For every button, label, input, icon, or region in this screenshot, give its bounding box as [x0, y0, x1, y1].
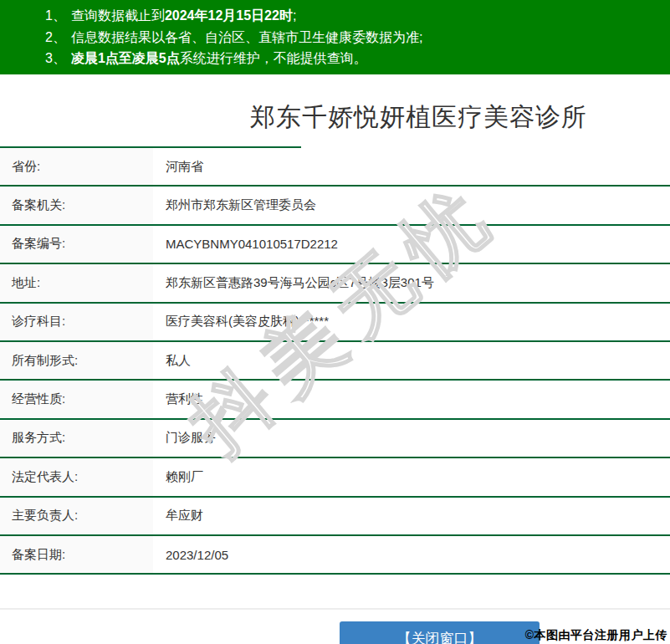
notice-item: 3、凌晨1点至凌晨5点系统进行维护，不能提供查询。 [45, 48, 662, 69]
notice-number: 3、 [45, 51, 66, 65]
notice-text: 凌晨1点至凌晨5点 [71, 51, 180, 65]
field-label: 服务方式: [0, 420, 153, 457]
notice-bar: 1、查询数据截止到2024年12月15日22时;2、信息数据结果以各省、自治区、… [0, 0, 670, 74]
page-title: 郑东千娇悦妍植医疗美容诊所 [167, 102, 670, 132]
notice-number: 1、 [45, 8, 66, 23]
field-label: 备案日期: [0, 536, 153, 573]
field-value: 郑东新区普惠路39号海马公园c区7号楼3层301号 [153, 264, 670, 301]
field-label: 地址: [0, 264, 153, 301]
notice-number: 2、 [45, 30, 66, 44]
table-row: 服务方式:门诊服务 [0, 420, 670, 458]
field-value: 赖刚厂 [153, 458, 670, 495]
notice-item: 1、查询数据截止到2024年12月15日22时; [45, 5, 662, 27]
notice-text: 系统进行维护，不能提供查询。 [180, 51, 367, 65]
field-label: 备案编号: [0, 226, 153, 263]
field-label: 备案机关: [0, 187, 153, 223]
footer-separator [0, 608, 670, 610]
field-value: 河南省 [153, 148, 670, 185]
table-row: 诊疗科目:医疗美容科(美容皮肤科)****** [0, 304, 670, 342]
info-table: 省份:河南省备案机关:郑州市郑东新区管理委员会备案编号:MACYBNMY0410… [0, 146, 670, 575]
field-value: 医疗美容科(美容皮肤科)****** [153, 304, 670, 340]
table-row: 地址:郑东新区普惠路39号海马公园c区7号楼3层301号 [0, 264, 670, 303]
table-row: 备案机关:郑州市郑东新区管理委员会 [0, 187, 670, 225]
footer: 【关闭窗口】 ©本图由平台注册用户上传 [0, 621, 670, 644]
field-label: 法定代表人: [0, 458, 153, 495]
field-value: 营利性 [153, 381, 670, 417]
table-row: 省份:河南省 [0, 148, 670, 187]
notice-text: 2024年12月15日22时 [165, 8, 293, 23]
field-label: 所有制形式: [0, 342, 153, 379]
table-row: 经营性质:营利性 [0, 381, 670, 419]
notice-text: ; [293, 8, 296, 23]
field-value: 郑州市郑东新区管理委员会 [153, 187, 670, 223]
field-label: 诊疗科目: [0, 304, 153, 340]
field-value: MACYBNMY041010517D2212 [153, 226, 670, 263]
notice-item: 2、信息数据结果以各省、自治区、直辖市卫生健康委数据为准; [45, 27, 662, 49]
field-value: 2023/12/05 [153, 536, 670, 573]
field-value: 牟应财 [153, 498, 670, 534]
table-row: 主要负责人:牟应财 [0, 498, 670, 536]
field-value: 门诊服务 [153, 420, 670, 457]
table-row: 备案编号:MACYBNMY041010517D2212 [0, 226, 670, 264]
field-label: 主要负责人: [0, 498, 153, 534]
field-value: 私人 [153, 342, 670, 379]
table-row: 备案日期:2023/12/05 [0, 536, 670, 575]
table-row: 所有制形式:私人 [0, 342, 670, 381]
table-row: 法定代表人:赖刚厂 [0, 458, 670, 497]
field-label: 经营性质: [0, 381, 153, 417]
copyright-badge: ©本图由平台注册用户上传 [525, 628, 667, 643]
notice-text: 查询数据截止到 [71, 8, 165, 23]
field-label: 省份: [0, 148, 153, 185]
close-window-button[interactable]: 【关闭窗口】 [340, 621, 540, 644]
notice-text: 信息数据结果以各省、自治区、直辖市卫生健康委数据为准; [71, 30, 422, 44]
